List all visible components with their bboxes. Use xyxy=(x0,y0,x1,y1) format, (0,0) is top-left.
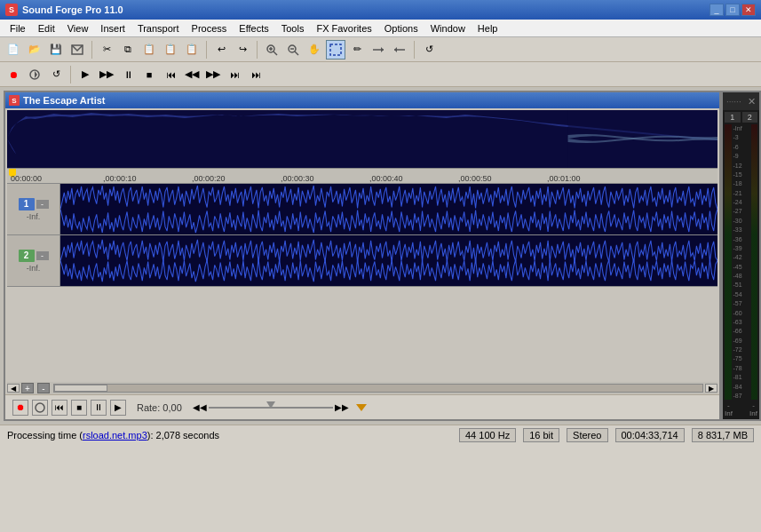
scroll-left-btn[interactable]: ◀ xyxy=(7,384,20,393)
menu-window[interactable]: Window xyxy=(424,21,472,36)
rate-slider-handle[interactable] xyxy=(266,401,275,409)
undo-button[interactable]: ↩ xyxy=(211,40,231,60)
toolbar-separator4 xyxy=(414,41,415,59)
play-loop-button[interactable]: ▶▶ xyxy=(97,65,116,84)
maximize-button[interactable]: □ xyxy=(725,4,740,16)
scrollbar-thumb[interactable] xyxy=(54,385,107,392)
bottom-transport-bar: ⏺ ⏮ ■ ⏸ ▶ Rate: 0,00 ◀◀ ▶▶ xyxy=(5,394,719,419)
zoom-in-button[interactable] xyxy=(262,40,281,60)
document-title-bar: S The Escape Artist xyxy=(5,92,719,108)
ruler-50: ,00:00:50 xyxy=(458,174,492,183)
cut-button[interactable]: ✂ xyxy=(97,40,116,60)
paste2-button[interactable]: 📋 xyxy=(161,40,180,60)
close-button[interactable]: ✕ xyxy=(741,4,756,16)
timeline-ruler: 00:00:00 ,00:00:10 ,00:00:20 ,00:00:30 ,… xyxy=(7,168,717,184)
menu-edit[interactable]: Edit xyxy=(32,21,61,36)
loop-button[interactable] xyxy=(25,65,44,84)
rate-triangle-marker xyxy=(356,404,367,411)
bt-loop-btn[interactable] xyxy=(32,400,48,416)
track-2-number: 2 xyxy=(19,250,35,262)
rate-label: Rate: 0,00 xyxy=(137,402,182,413)
record-button[interactable]: ⏺ xyxy=(4,65,23,84)
tracks-area: 1 - -Inf. // Generate waveform lines - h… xyxy=(7,184,717,382)
track-2-minus[interactable]: - xyxy=(36,251,49,260)
vu-ch1-bar xyxy=(725,124,732,400)
toolbar-transport: ⏺ ↺ ▶ ▶▶ ⏸ ■ ⏮ ◀◀ ▶▶ ⏭ ⏭ xyxy=(0,62,761,87)
document-window: S The Escape Artist 0 xyxy=(4,91,721,421)
copy-button[interactable]: ⧉ xyxy=(118,40,138,60)
track-remove-btn[interactable]: - xyxy=(37,383,50,393)
toolbar-main: 📄 📂 💾 ✂ ⧉ 📋 📋 📋 ↩ ↪ ✋ ✏ xyxy=(0,37,761,62)
fast-forward-button[interactable]: ▶▶ xyxy=(203,65,223,84)
bt-start-btn[interactable]: ⏮ xyxy=(52,400,67,416)
svg-marker-12 xyxy=(394,47,397,52)
bt-play-btn[interactable]: ▶ xyxy=(110,400,126,416)
menu-effects[interactable]: Effects xyxy=(233,21,274,36)
minimize-button[interactable]: _ xyxy=(709,4,724,16)
pencil-tool-button[interactable]: ✏ xyxy=(347,40,367,60)
track-2-level: -Inf. xyxy=(27,264,41,273)
play-button[interactable]: ▶ xyxy=(75,65,95,84)
track-1: 1 - -Inf. // Generate waveform lines - h… xyxy=(7,184,717,235)
vu-bars-area: -Inf -3 -6 -9 -12 -15 -18 -21 -24 -27 -3… xyxy=(723,124,759,400)
menu-bar: File Edit View Insert Transport Process … xyxy=(0,20,761,37)
new-button[interactable]: 📄 xyxy=(4,40,23,60)
bit-depth-display: 16 bit xyxy=(523,428,559,442)
menu-tools[interactable]: Tools xyxy=(275,21,311,36)
main-area: S The Escape Artist 0 xyxy=(0,87,761,425)
horizontal-scrollbar[interactable] xyxy=(53,384,703,393)
vu-channel-labels: 1 2 xyxy=(723,110,759,124)
menu-file[interactable]: File xyxy=(4,21,32,36)
go-start-button[interactable]: ⏮ xyxy=(161,65,180,84)
menu-help[interactable]: Help xyxy=(472,21,504,36)
sample-rate-display: 44 100 Hz xyxy=(459,428,516,442)
menu-insert[interactable]: Insert xyxy=(94,21,131,36)
vu-dots: ······ xyxy=(726,97,741,107)
save-button[interactable]: 💾 xyxy=(46,40,66,60)
svg-rect-8 xyxy=(330,44,341,55)
vu-ch2-label: -Inf xyxy=(749,401,757,417)
go-end-button[interactable]: ⏭ xyxy=(225,65,244,84)
rewind-button[interactable]: ◀◀ xyxy=(182,65,202,84)
rate-slider[interactable]: ◀◀ ▶▶ xyxy=(193,402,349,412)
redo-button[interactable]: ↪ xyxy=(233,40,252,60)
stop-button[interactable]: ■ xyxy=(139,65,159,84)
vu-close-btn[interactable]: ✕ xyxy=(748,96,756,107)
scroll-right-btn[interactable]: ▶ xyxy=(705,384,717,393)
menu-fx-favorites[interactable]: FX Favorites xyxy=(310,21,377,36)
menu-options[interactable]: Options xyxy=(378,21,424,36)
vu-ch-labels-bottom: -Inf -Inf xyxy=(723,400,759,419)
track-add-btn[interactable]: + xyxy=(21,383,34,393)
menu-process[interactable]: Process xyxy=(186,21,234,36)
track-1-minus[interactable]: - xyxy=(36,200,49,209)
track-1-waveform[interactable]: // Generate waveform lines - handled by … xyxy=(60,184,717,234)
tb-btn-extra2[interactable] xyxy=(390,40,409,60)
vu-ch1-fill xyxy=(725,124,732,400)
ruler-0: 00:00:00 xyxy=(11,174,42,183)
bt-stop-btn[interactable]: ■ xyxy=(71,400,87,416)
status-bar: Processing time (rsload.net.mp3): 2,078 … xyxy=(0,425,761,444)
tb-btn4[interactable] xyxy=(67,40,87,60)
refresh-button[interactable]: ↺ xyxy=(419,40,439,60)
bt-record-btn[interactable]: ⏺ xyxy=(12,400,28,416)
track-1-header: 1 - -Inf. xyxy=(7,184,60,234)
paste3-button[interactable]: 📋 xyxy=(182,40,202,60)
hand-tool-button[interactable]: ✋ xyxy=(305,40,324,60)
paste-button[interactable]: 📋 xyxy=(139,40,159,60)
tb-btn-extra1[interactable] xyxy=(369,40,388,60)
menu-view[interactable]: View xyxy=(61,21,95,36)
zoom-out-button[interactable] xyxy=(283,40,303,60)
go-end2-button[interactable]: ⏭ xyxy=(246,65,266,84)
document-icon: S xyxy=(9,95,20,106)
reset-button[interactable]: ↺ xyxy=(46,65,66,84)
menu-transport[interactable]: Transport xyxy=(131,21,186,36)
file-link[interactable]: rsload.net.mp3 xyxy=(83,430,147,441)
vu-ch2-header: 2 xyxy=(742,112,758,123)
track-2-waveform[interactable] xyxy=(60,235,717,286)
open-button[interactable]: 📂 xyxy=(25,40,44,60)
bt-pause-btn[interactable]: ⏸ xyxy=(91,400,107,416)
select-tool-button[interactable] xyxy=(326,40,345,60)
svg-line-4 xyxy=(273,52,277,55)
rate-slider-track[interactable] xyxy=(209,407,333,409)
pause-button[interactable]: ⏸ xyxy=(118,65,138,84)
